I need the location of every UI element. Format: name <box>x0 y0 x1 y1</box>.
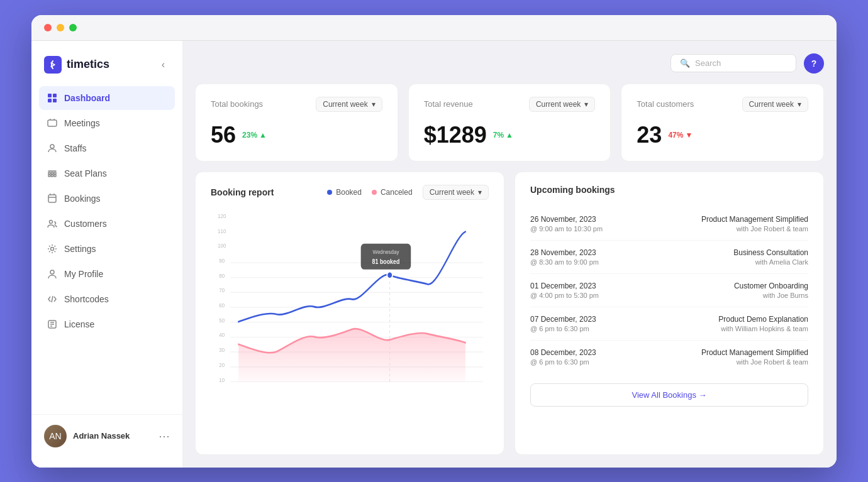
period-selector-revenue[interactable]: Current week ▾ <box>529 97 595 112</box>
booking-event-info: Product Management Simplified with Joe R… <box>701 348 808 366</box>
sidebar-item-label: Settings <box>64 244 96 254</box>
search-box[interactable]: 🔍 Search <box>670 54 796 72</box>
booking-time: @ 9:00 am to 10:30 pm <box>530 225 603 233</box>
svg-point-5 <box>50 145 54 148</box>
booking-event: Business Consultation <box>733 248 808 257</box>
sidebar-item-staffs[interactable]: Staffs <box>39 136 175 160</box>
booking-time: @ 8:30 am to 9:00 pm <box>530 258 599 266</box>
svg-rect-11 <box>54 175 56 177</box>
svg-text:60: 60 <box>219 302 225 309</box>
chart-legend: Booked Canceled Current week ▾ <box>327 185 489 200</box>
sidebar-item-license[interactable]: License <box>39 312 175 336</box>
stats-row: Total bookings Current week ▾ 56 23% ▲ <box>195 84 824 162</box>
view-all-bookings-button[interactable]: View All Bookings → <box>530 383 808 407</box>
customers-icon <box>47 218 58 229</box>
svg-point-15 <box>50 270 54 274</box>
booking-event-info: Customer Onboarding with Joe Burns <box>734 282 808 299</box>
period-selector-customers[interactable]: Current week ▾ <box>742 97 808 112</box>
sidebar-item-label: My Profile <box>64 269 103 279</box>
sidebar-item-shortcodes[interactable]: Shortcodes <box>39 287 175 311</box>
booking-date: 01 December, 2023 <box>530 282 599 290</box>
sidebar-footer: AN Adrian Nassek ⋯ <box>31 414 182 457</box>
booking-item: 07 December, 2023 @ 6 pm to 6:30 pm Prod… <box>530 307 808 341</box>
stat-label: Total bookings <box>211 99 263 109</box>
stat-card-customers: Total customers Current week ▾ 23 47% ▼ <box>621 84 824 162</box>
chevron-down-icon: ▾ <box>584 100 588 109</box>
legend-canceled: Canceled <box>372 188 413 197</box>
legend-booked: Booked <box>327 188 362 197</box>
sidebar-item-customers[interactable]: Customers <box>39 212 175 236</box>
period-selector-bookings[interactable]: Current week ▾ <box>316 97 382 112</box>
booking-with: with Joe Burns <box>734 292 808 299</box>
sidebar-item-bookings[interactable]: Bookings <box>39 187 175 211</box>
svg-point-14 <box>51 247 54 250</box>
booking-date-time: 01 December, 2023 @ 4:00 pm to 5:30 pm <box>530 282 599 299</box>
svg-point-42 <box>387 271 392 278</box>
sidebar-item-settings[interactable]: Settings <box>39 237 175 261</box>
stat-badge: 23% ▲ <box>242 131 267 140</box>
svg-rect-6 <box>48 172 50 174</box>
charts-row: Booking report Booked Canceled <box>195 172 824 455</box>
booking-date: 28 November, 2023 <box>530 248 599 257</box>
sidebar-item-label: Staffs <box>64 143 87 153</box>
svg-text:10: 10 <box>219 376 225 383</box>
booking-item: 08 December, 2023 @ 6 pm to 6:30 pm Prod… <box>530 341 808 373</box>
booked-dot <box>327 190 332 195</box>
svg-rect-39 <box>361 243 411 269</box>
booking-date-time: 26 November, 2023 @ 9:00 am to 10:30 pm <box>530 215 603 233</box>
booking-event: Product Management Simplified <box>701 348 808 357</box>
seat-plans-icon <box>47 168 58 179</box>
svg-rect-7 <box>52 172 53 174</box>
nav-menu: Dashboard Meetings <box>31 86 182 414</box>
booking-with: with Joe Robert & team <box>701 358 808 366</box>
chevron-down-icon: ▾ <box>372 100 376 109</box>
booking-date: 08 December, 2023 <box>530 348 596 357</box>
booking-event-info: Product Demo Explanation with William Ho… <box>718 315 808 332</box>
svg-rect-12 <box>48 195 56 202</box>
license-icon <box>47 319 58 330</box>
sidebar-item-label: Bookings <box>64 194 101 204</box>
chart-container: 10 20 30 40 50 60 70 80 90 100 110 120 <box>211 210 489 386</box>
svg-text:110: 110 <box>218 227 226 234</box>
help-button[interactable]: ? <box>804 53 824 74</box>
booking-time: @ 4:00 pm to 5:30 pm <box>530 292 599 299</box>
sidebar-item-label: Shortcodes <box>64 294 109 304</box>
shortcodes-icon <box>47 293 58 305</box>
booking-item: 26 November, 2023 @ 9:00 am to 10:30 pm … <box>530 207 808 241</box>
user-more-button[interactable]: ⋯ <box>159 429 170 443</box>
canceled-dot <box>372 190 377 195</box>
sidebar-item-label: Customers <box>64 219 107 229</box>
close-button[interactable] <box>44 24 52 31</box>
search-placeholder: Search <box>695 58 721 68</box>
svg-text:90: 90 <box>219 257 225 264</box>
booking-time: @ 6 pm to 6:30 pm <box>530 358 596 366</box>
collapse-sidebar-button[interactable]: ‹ <box>157 57 170 73</box>
sidebar-item-dashboard[interactable]: Dashboard <box>39 86 175 110</box>
booking-event: Product Management Simplified <box>701 215 808 224</box>
app-body: timetics ‹ Dashboard <box>31 41 837 468</box>
sidebar-item-meetings[interactable]: Meetings <box>39 111 175 135</box>
meetings-icon <box>47 118 58 129</box>
svg-rect-2 <box>48 99 52 102</box>
stat-card-revenue: Total revenue Current week ▾ $1289 7% ▲ <box>408 84 611 162</box>
user-name: Adrian Nassek <box>73 431 152 441</box>
chart-period-selector[interactable]: Current week ▾ <box>423 185 489 200</box>
logo-area: timetics ‹ <box>31 51 182 86</box>
svg-text:50: 50 <box>219 317 225 324</box>
svg-text:40: 40 <box>219 331 225 338</box>
svg-text:100: 100 <box>218 242 226 249</box>
svg-point-13 <box>50 220 53 223</box>
sidebar-item-my-profile[interactable]: My Profile <box>39 262 175 286</box>
search-icon: 🔍 <box>680 58 690 68</box>
stat-value: $1289 <box>424 122 487 148</box>
title-bar <box>31 15 837 41</box>
minimize-button[interactable] <box>57 24 64 31</box>
svg-text:30: 30 <box>219 346 225 353</box>
stat-value: 23 <box>637 122 662 148</box>
svg-rect-0 <box>48 94 52 97</box>
avatar: AN <box>44 425 67 447</box>
booking-event-info: Product Management Simplified with Joe R… <box>701 215 808 233</box>
maximize-button[interactable] <box>69 24 77 31</box>
svg-text:120: 120 <box>218 212 226 219</box>
sidebar-item-seat-plans[interactable]: Seat Plans <box>39 162 175 185</box>
